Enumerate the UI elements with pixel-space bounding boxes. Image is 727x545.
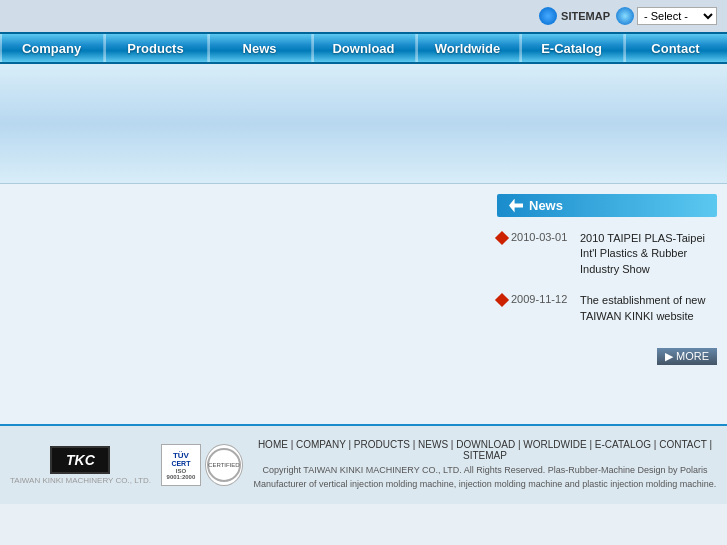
diamond-icon-1: [495, 231, 509, 245]
nav-item-company[interactable]: Company: [0, 34, 104, 62]
nav-item-download[interactable]: Download: [312, 34, 416, 62]
top-bar: SITEMAP - Select -: [0, 0, 727, 32]
news-date-1: 2010-03-01: [497, 231, 572, 243]
more-button[interactable]: ▶ MORE: [657, 348, 717, 365]
left-panel: [10, 194, 497, 374]
news-date-2: 2009-11-12: [497, 293, 572, 305]
cert-detail: ISO 9001:2000: [162, 468, 200, 480]
nav-item-worldwide[interactable]: Worldwide: [416, 34, 520, 62]
news-header: News: [497, 194, 717, 217]
main-content: News 2010-03-01 2010 TAIPEI PLAS-Taipei …: [0, 184, 727, 384]
footer-copy-2: Manufacturer of vertical injection moldi…: [253, 478, 717, 492]
nav-bar: Company Products News Download Worldwide…: [0, 32, 727, 64]
nav-item-products[interactable]: Products: [104, 34, 208, 62]
sitemap-link[interactable]: SITEMAP: [539, 7, 610, 25]
tuv-cert-box: TÜV CERT ISO 9001:2000: [161, 444, 201, 486]
cert-text: CERT: [171, 460, 190, 467]
footer-nav-links[interactable]: HOME | COMPANY | PRODUCTS | NEWS | DOWNL…: [253, 439, 717, 461]
news-text-2[interactable]: The establishment of new TAIWAN KINKI we…: [580, 293, 717, 324]
nav-item-contact[interactable]: Contact: [624, 34, 727, 62]
lang-select[interactable]: - Select -: [637, 7, 717, 25]
footer-logo-sub: TAIWAN KINKI MACHINERY CO., LTD.: [10, 476, 151, 485]
tuv-text: TÜV: [173, 451, 189, 460]
globe-icon: [539, 7, 557, 25]
footer: TKC TAIWAN KINKI MACHINERY CO., LTD. TÜV…: [0, 424, 727, 504]
diamond-icon-2: [495, 293, 509, 307]
lang-globe-icon: [616, 7, 634, 25]
language-selector[interactable]: - Select -: [616, 7, 717, 25]
cert-seal: CERTIFIED: [207, 448, 241, 482]
cert-seal-box: CERTIFIED: [205, 444, 243, 486]
spacer: [0, 384, 727, 424]
cert-logos: TÜV CERT ISO 9001:2000 CERTIFIED: [161, 444, 243, 486]
news-text-1[interactable]: 2010 TAIPEI PLAS-Taipei Int'l Plastics &…: [580, 231, 717, 277]
news-title: News: [529, 198, 563, 213]
footer-copy-1: Copyright TAIWAN KINKI MACHINERY CO., LT…: [253, 464, 717, 478]
nav-item-ecatalog[interactable]: E-Catalog: [520, 34, 624, 62]
footer-links: HOME | COMPANY | PRODUCTS | NEWS | DOWNL…: [253, 439, 717, 491]
right-panel: News 2010-03-01 2010 TAIPEI PLAS-Taipei …: [497, 194, 717, 374]
footer-logo-block: TKC TAIWAN KINKI MACHINERY CO., LTD.: [10, 446, 151, 485]
sitemap-label[interactable]: SITEMAP: [561, 10, 610, 22]
news-flag-icon: [509, 199, 523, 213]
banner-area: [0, 64, 727, 184]
news-item-2[interactable]: 2009-11-12 The establishment of new TAIW…: [497, 293, 717, 324]
news-item-1[interactable]: 2010-03-01 2010 TAIPEI PLAS-Taipei Int'l…: [497, 231, 717, 277]
nav-item-news[interactable]: News: [208, 34, 312, 62]
tkc-logo: TKC: [50, 446, 110, 474]
